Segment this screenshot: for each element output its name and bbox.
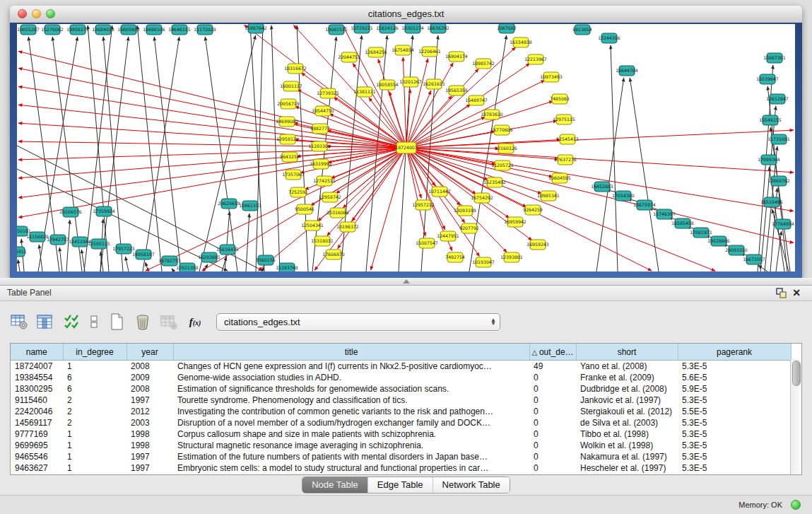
column-header-year[interactable]: year <box>126 344 173 361</box>
column-header-in_degree[interactable]: in_degree <box>63 344 126 361</box>
graph-node[interactable]: 10193047 <box>472 257 495 267</box>
graph-node[interactable]: 11545413 <box>556 134 579 144</box>
graph-node[interactable]: 22044751 <box>338 52 360 62</box>
graph-node[interactable]: 16958107 <box>132 250 155 259</box>
graph-node[interactable]: 12739325 <box>317 88 339 98</box>
table-row[interactable]: 1872400712008Changes of HCN gene express… <box>11 361 791 373</box>
graph-node[interactable]: 20056719 <box>277 99 300 109</box>
graph-node[interactable]: 15235492 <box>483 177 506 187</box>
graph-node[interactable]: 16904174 <box>445 52 468 62</box>
graph-node[interactable]: 13201267 <box>399 77 422 87</box>
close-panel-icon[interactable]: ✕ <box>791 288 802 298</box>
graph-node[interactable]: 16672057 <box>743 255 765 264</box>
graph-node[interactable]: 19565358 <box>445 86 468 95</box>
table-row[interactable]: 1456911722003Disruption of a novel membe… <box>11 417 791 428</box>
table-vertical-scrollbar[interactable] <box>790 359 801 474</box>
graph-node[interactable]: 12958742 <box>319 192 341 202</box>
table-row[interactable]: 911546021997Tourette syndrome. Phenomeno… <box>11 395 791 406</box>
graph-node[interactable]: 15616475 <box>216 245 239 255</box>
split-divider[interactable] <box>0 278 812 285</box>
graph-node[interactable]: 16319992 <box>310 159 332 169</box>
graph-node[interactable]: 12869762 <box>767 176 790 186</box>
graph-node[interactable]: 11746397 <box>653 209 676 219</box>
graph-node[interactable]: 7485063 <box>550 94 570 104</box>
graph-node[interactable]: 16959942 <box>504 217 526 227</box>
graph-node[interactable]: 15546155 <box>759 115 782 125</box>
graph-node[interactable]: 9500546 <box>295 204 314 214</box>
graph-node[interactable]: 10711447 <box>428 187 451 197</box>
column-header-name[interactable]: name <box>11 344 63 361</box>
graph-node[interactable]: 12684010 <box>92 25 114 35</box>
graph-node[interactable]: 12244316 <box>598 33 620 43</box>
graph-node[interactable]: 16154838 <box>510 37 532 47</box>
graph-node[interactable]: 18058554 <box>376 80 399 90</box>
graph-node[interactable]: 9207792 <box>459 223 479 233</box>
table-row[interactable]: 977716911998Corpus callosum shape and si… <box>11 428 791 440</box>
graph-node[interactable]: 17081971 <box>690 228 712 238</box>
graph-node[interactable]: 17357067 <box>282 170 305 180</box>
table-settings-icon[interactable] <box>10 313 28 331</box>
graph-node[interactable]: 18783610 <box>481 110 503 119</box>
graph-node[interactable]: 12958120 <box>276 134 299 144</box>
tab-node-table[interactable]: Node Table <box>302 477 367 493</box>
column-header-pagerank[interactable]: pagerank <box>678 344 791 361</box>
graph-node[interactable]: 18985341 <box>537 191 560 201</box>
minimize-window-button[interactable] <box>32 9 41 18</box>
graph-node[interactable]: 16644784 <box>616 66 638 76</box>
graph-node[interactable]: 9264259 <box>523 205 543 215</box>
delete-table-icon[interactable] <box>160 313 178 331</box>
graph-node[interactable]: 16959243 <box>526 240 549 250</box>
scrollbar-thumb[interactable] <box>792 361 801 386</box>
table-row[interactable]: 1938455462009Genome-wide association stu… <box>11 372 791 383</box>
network-graph-canvas[interactable]: 1005528715276082199561731268401016805653… <box>17 24 795 271</box>
graph-node[interactable]: 18316672 <box>284 64 307 74</box>
graph-hub-node[interactable]: 18724007 <box>395 142 418 153</box>
graph-node[interactable]: 8813054 <box>572 25 592 35</box>
graph-node[interactable]: 11283748 <box>276 263 298 271</box>
graph-node[interactable]: 12921358 <box>176 263 199 271</box>
graph-node[interactable]: 15276082 <box>41 25 64 35</box>
graph-node[interactable]: 11172028 <box>194 25 216 35</box>
graph-node[interactable]: 19081515 <box>325 25 348 35</box>
graph-node[interactable]: 12684256 <box>365 47 387 57</box>
graph-node[interactable]: 15318031 <box>311 236 334 246</box>
graph-node[interactable]: 17359924 <box>93 206 115 216</box>
graph-node[interactable]: 12447951 <box>437 231 459 241</box>
float-window-icon[interactable] <box>775 288 787 298</box>
table-row[interactable]: 1830029562008Estimation of significance … <box>11 383 791 395</box>
graph-node[interactable]: 18239647 <box>756 74 779 84</box>
graph-node[interactable]: 20093310 <box>725 245 748 255</box>
graph-node[interactable]: 11007547 <box>416 238 438 248</box>
graph-node[interactable]: 7252591 <box>288 187 308 197</box>
graph-node[interactable]: 12160126 <box>495 144 517 153</box>
graph-node[interactable]: 9643254 <box>280 152 300 162</box>
graph-node[interactable]: 16770606 <box>490 125 513 135</box>
graph-node[interactable]: 17764954 <box>772 219 794 229</box>
graph-node[interactable]: 10196372 <box>336 222 359 232</box>
graph-node[interactable]: 16261615 <box>423 79 445 89</box>
graph-node[interactable]: 12213967 <box>524 54 547 64</box>
graph-node[interactable]: 12957212 <box>412 200 435 210</box>
table-row[interactable]: 946554611997Estimation of the future num… <box>11 451 791 462</box>
graph-node[interactable]: 14646115 <box>168 25 191 35</box>
graph-node[interactable]: 18301274 <box>401 24 424 33</box>
graph-node[interactable]: 15087301 <box>763 53 786 63</box>
graph-node[interactable]: 17999364 <box>758 155 780 165</box>
graph-node[interactable]: 10055287 <box>17 25 40 35</box>
divider-handle-icon[interactable] <box>403 279 410 284</box>
zoom-window-button[interactable] <box>46 9 55 18</box>
select-all-checks-icon[interactable] <box>62 313 81 331</box>
graph-node[interactable]: 10973493 <box>540 72 563 82</box>
graph-node[interactable]: 16001117 <box>280 81 302 91</box>
graph-node[interactable]: 15987642 <box>245 24 267 33</box>
graph-node[interactable]: 12742515 <box>313 176 336 186</box>
function-builder-icon[interactable]: f(x) <box>186 313 204 331</box>
graph-node[interactable]: 10604595 <box>548 173 571 183</box>
graph-node[interactable]: 19956173 <box>66 25 89 35</box>
graph-node[interactable]: 16203685 <box>198 252 220 262</box>
graph-node[interactable]: 2087682 <box>497 24 517 33</box>
graph-node[interactable]: 16782753 <box>158 256 181 266</box>
graph-node[interactable]: 11381111 <box>353 87 376 97</box>
graph-node[interactable]: 16510496 <box>760 197 783 207</box>
graph-node[interactable]: 18675974 <box>633 200 656 210</box>
